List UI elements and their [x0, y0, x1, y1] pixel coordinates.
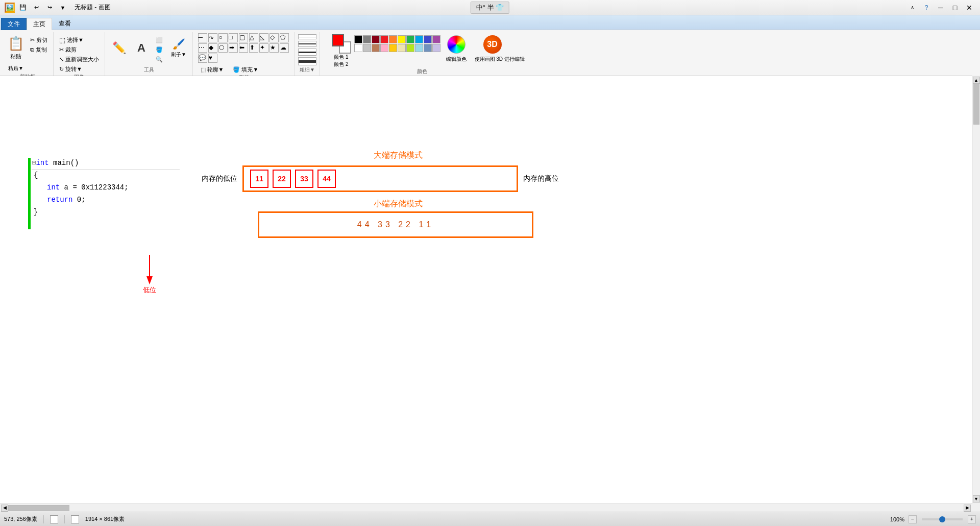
vscroll-thumb[interactable]: [973, 84, 979, 125]
vscrollbar[interactable]: ▲ ▼: [972, 76, 980, 504]
zoom-out-btn[interactable]: −: [909, 515, 917, 523]
hscroll-thumb[interactable]: [8, 505, 69, 511]
color-gray1[interactable]: [363, 35, 371, 43]
vscroll-up-btn[interactable]: ▲: [973, 77, 980, 84]
color-lavender[interactable]: [432, 44, 440, 52]
color-darkred[interactable]: [372, 35, 380, 43]
magnifier-btn[interactable]: 🔍: [153, 55, 167, 64]
pencil-btn[interactable]: ✏️: [108, 33, 130, 63]
rotate-btn[interactable]: ↻ 旋转▼: [57, 64, 102, 74]
shape-cloud[interactable]: ☁: [280, 43, 289, 53]
zoom-slider[interactable]: [922, 518, 963, 520]
copy-btn[interactable]: ⧉ 复制: [28, 45, 50, 54]
paint3d-btn[interactable]: 使用画图 3D 进行编辑: [472, 55, 513, 64]
brush-btn[interactable]: 🖌️ 刷子▼: [168, 33, 189, 63]
color1-swatch[interactable]: [332, 34, 344, 46]
quick-access-more-btn[interactable]: ▼: [57, 2, 68, 13]
color-blue[interactable]: [424, 35, 432, 43]
fill-btn[interactable]: 🪣: [153, 45, 167, 54]
color-ltorange[interactable]: [389, 44, 397, 52]
size-2[interactable]: [298, 41, 316, 47]
vscroll-down-btn[interactable]: ▼: [973, 495, 980, 503]
shape-pentagon[interactable]: ⬠: [280, 33, 289, 42]
down-arrow-svg: [144, 255, 155, 285]
group-shapes-content: ─ ∿ ○ □ ▢ △ ◺ ◇ ⬠ ⋯ ◆ ⬡ ➡ ⬅ ⬆ ✦: [198, 32, 290, 74]
hscroll-left-btn[interactable]: ◀: [1, 505, 8, 512]
help-btn[interactable]: ?: [920, 3, 933, 13]
paste-dropdown-btn[interactable]: 粘贴▼: [6, 64, 26, 73]
code-block: ⊟int main() { int a = 0x11223344; return…: [32, 157, 129, 218]
color-yellow[interactable]: [398, 35, 406, 43]
paste-btn[interactable]: 📋 粘贴: [5, 33, 27, 63]
shape-triangle[interactable]: △: [249, 33, 258, 42]
size-3[interactable]: [298, 49, 316, 56]
code-brace-close: }: [34, 208, 38, 216]
color-green[interactable]: [406, 35, 414, 43]
hscroll-track[interactable]: [8, 505, 964, 512]
color-ltpink[interactable]: [380, 44, 388, 52]
shape-arrow-r[interactable]: ➡: [229, 43, 238, 53]
color-ltgray[interactable]: [363, 44, 371, 52]
hscrollbar[interactable]: ◀ ▶: [0, 504, 972, 512]
shape-star4[interactable]: ✦: [259, 43, 268, 53]
color-purple[interactable]: [432, 35, 440, 43]
crop-btn[interactable]: ✂ 裁剪: [57, 45, 102, 54]
color-orange[interactable]: [389, 35, 397, 43]
text-icon: A: [137, 41, 145, 55]
color-ltblue[interactable]: [415, 44, 423, 52]
text-btn[interactable]: A: [131, 33, 152, 63]
shape-curve[interactable]: ∿: [208, 33, 217, 42]
minimize-btn[interactable]: ─: [934, 3, 947, 13]
shape-star5[interactable]: ★: [270, 43, 279, 53]
ribbon-collapse-btn[interactable]: ∧: [905, 3, 919, 13]
tab-view[interactable]: 查看: [52, 17, 78, 30]
size-1[interactable]: [298, 34, 316, 39]
save-quick-btn[interactable]: 💾: [17, 2, 29, 13]
shape-more[interactable]: ⋯: [198, 43, 207, 53]
eraser-btn[interactable]: ⬜: [153, 35, 167, 44]
shape-heart[interactable]: ♥: [208, 54, 217, 63]
shape-rounded-rect[interactable]: ▢: [239, 33, 248, 42]
restore-btn[interactable]: □: [948, 3, 962, 13]
shape-rhombus[interactable]: ◆: [208, 43, 217, 53]
big-endian-box: 11 22 33 44: [242, 165, 518, 192]
canvas-scroll[interactable]: ⊟int main() { int a = 0x11223344; return…: [0, 76, 980, 504]
zoom-in-btn[interactable]: +: [968, 515, 976, 523]
group-size-content: [298, 32, 316, 66]
shape-line[interactable]: ─: [198, 33, 207, 42]
tab-home-label: 主页: [33, 20, 45, 29]
hscroll-right-btn[interactable]: ▶: [964, 505, 971, 512]
color-black[interactable]: [354, 35, 362, 43]
outline-btn[interactable]: ⬚ 轮廓▼: [198, 65, 227, 74]
color-teal[interactable]: [415, 35, 423, 43]
zoom-thumb[interactable]: [939, 516, 945, 522]
cut-btn[interactable]: ✂ 剪切: [28, 35, 50, 44]
resize-btn[interactable]: ⤡ 重新调整大小: [57, 55, 102, 64]
color-red[interactable]: [380, 35, 388, 43]
shape-hex[interactable]: ⬡: [218, 43, 228, 53]
ribbon-tabs: 文件 主页 查看: [0, 15, 980, 30]
fill-shape-btn[interactable]: 🪣 填充▼: [230, 65, 261, 74]
canvas[interactable]: ⊟int main() { int a = 0x11223344; return…: [0, 76, 980, 504]
shape-diamond[interactable]: ◇: [270, 33, 279, 42]
color-ltyellow[interactable]: [398, 44, 406, 52]
vscroll-track[interactable]: [973, 84, 980, 495]
shape-oval[interactable]: ○: [218, 33, 228, 42]
color-brown[interactable]: [372, 44, 380, 52]
tab-home[interactable]: 主页: [27, 18, 52, 30]
color-white[interactable]: [354, 44, 362, 52]
redo-quick-btn[interactable]: ↪: [44, 2, 55, 13]
size-4[interactable]: [298, 57, 316, 65]
shape-arrow-l[interactable]: ⬅: [239, 43, 248, 53]
select-btn[interactable]: ⬚ 选择▼: [57, 35, 102, 44]
color-ltgreen[interactable]: [406, 44, 414, 52]
shape-rect[interactable]: □: [229, 33, 238, 42]
shape-rtriangle[interactable]: ◺: [259, 33, 268, 42]
shape-callout[interactable]: 💬: [198, 54, 207, 63]
close-btn[interactable]: ✕: [963, 3, 976, 13]
edit-colors-btn[interactable]: 编辑颜色: [444, 55, 469, 64]
tab-file[interactable]: 文件: [1, 18, 27, 30]
color-ltblue2[interactable]: [424, 44, 432, 52]
shape-arrow-u[interactable]: ⬆: [249, 43, 258, 53]
undo-quick-btn[interactable]: ↩: [31, 2, 42, 13]
